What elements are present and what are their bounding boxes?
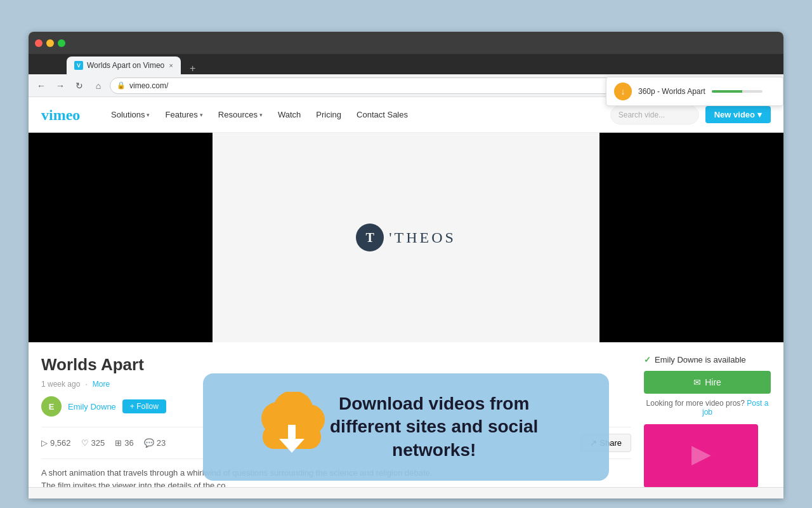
theos-text: 'THEOS	[389, 229, 456, 246]
browser-toolbar: ← → ↻ ⌂ 🔒 vimeo.com/ ☆ ⚙ ⋮ ↓ 360p - Worl…	[29, 74, 783, 97]
pricing-nav-item[interactable]: Pricing	[310, 106, 348, 123]
follow-button[interactable]: + Follow	[122, 399, 166, 413]
minimize-window-button[interactable]	[46, 39, 54, 47]
popup-cloud-icon	[254, 392, 330, 462]
theos-circle-icon: T	[356, 224, 384, 251]
header-right: Search vide... New video ▾	[610, 105, 771, 124]
new-video-chevron-icon: ▾	[757, 110, 762, 119]
back-button[interactable]: ←	[34, 78, 49, 93]
video-thumbnail-preview: ▶	[644, 424, 758, 488]
solutions-nav-item[interactable]: Solutions ▾	[105, 106, 156, 123]
likes-stat[interactable]: ♡ 325	[81, 438, 105, 448]
download-notification: ↓ 360p - Worlds Apart	[606, 77, 783, 106]
hire-panel: ✓ Emily Downe is available ✉ Hire Lookin…	[644, 355, 771, 491]
saves-count: 36	[124, 438, 133, 448]
svg-text:▶: ▶	[691, 439, 711, 467]
close-window-button[interactable]	[35, 39, 43, 47]
views-stat: ▷ 9,562	[41, 438, 71, 448]
more-link[interactable]: More	[93, 380, 110, 389]
post-job-text: Looking for more video pros? Post a job	[644, 399, 771, 417]
tab-title: Worlds Apart on Vimeo	[87, 61, 164, 70]
maximize-window-button[interactable]	[58, 39, 65, 47]
hire-mail-icon: ✉	[693, 377, 701, 387]
upload-close-button[interactable]: ×	[39, 498, 44, 499]
browser-titlebar	[29, 32, 783, 54]
forward-button[interactable]: →	[53, 78, 68, 93]
new-video-button[interactable]: New video ▾	[705, 106, 771, 123]
svg-text:vimeo: vimeo	[41, 107, 80, 123]
tab-favicon: V	[74, 61, 83, 70]
search-placeholder: Search vide...	[619, 110, 665, 119]
url-text: vimeo.com/	[129, 81, 168, 90]
popup-text-content: Download videos fromdifferent sites and …	[330, 394, 538, 460]
likes-count: 325	[91, 438, 105, 448]
heart-icon: ♡	[81, 438, 89, 448]
tab-bar: V Worlds Apart on Vimeo × +	[29, 54, 783, 74]
play-icon: ▷	[41, 438, 48, 448]
search-box[interactable]: Search vide...	[610, 105, 699, 124]
upload-bar: × Uploa...	[29, 487, 783, 498]
video-title: Worlds Apart	[41, 355, 631, 375]
comment-icon: 💬	[144, 438, 154, 448]
popup-text: Download videos fromdifferent sites and …	[330, 392, 538, 462]
reload-button[interactable]: ↻	[72, 78, 87, 93]
comments-stat[interactable]: 💬 23	[144, 438, 166, 448]
features-chevron-icon: ▾	[200, 112, 203, 118]
author-name[interactable]: Emily Downe	[68, 402, 116, 411]
available-row: ✓ Emily Downe is available	[644, 355, 771, 364]
active-tab[interactable]: V Worlds Apart on Vimeo ×	[67, 57, 181, 74]
browser-window: V Worlds Apart on Vimeo × + ← → ↻ ⌂ 🔒 vi…	[29, 32, 783, 498]
comments-count: 23	[157, 438, 166, 448]
theos-logo: T 'THEOS	[356, 224, 456, 251]
ssl-lock-icon: 🔒	[117, 81, 126, 90]
author-avatar: E	[41, 396, 62, 417]
home-button[interactable]: ⌂	[91, 78, 106, 93]
video-main-area: T 'THEOS	[213, 133, 599, 342]
available-text: Emily Downe is available	[655, 355, 746, 364]
download-progress-fill	[712, 90, 742, 93]
video-left-black	[29, 133, 213, 342]
add-tab-button[interactable]: +	[186, 63, 199, 74]
video-player[interactable]: T 'THEOS	[29, 133, 783, 342]
svg-rect-6	[288, 425, 296, 439]
solutions-chevron-icon: ▾	[147, 112, 150, 118]
hire-button[interactable]: ✉ Hire	[644, 371, 771, 394]
views-count: 9,562	[50, 438, 71, 448]
contact-sales-nav-item[interactable]: Contact Sales	[350, 106, 414, 123]
check-icon: ✓	[644, 355, 651, 364]
new-tab-area: +	[181, 63, 204, 74]
download-label: 360p - Worlds Apart	[638, 87, 705, 96]
video-right-black	[599, 133, 783, 342]
page-content: vimeo Solutions ▾ Features ▾ Resources ▾	[29, 97, 783, 498]
posted-time: 1 week ago	[41, 380, 80, 389]
download-icon: ↓	[614, 83, 632, 100]
watch-nav-item[interactable]: Watch	[272, 106, 307, 123]
bookmark-stat-icon: ⊞	[115, 438, 122, 448]
download-progress-bar	[712, 90, 763, 93]
saves-stat[interactable]: ⊞ 36	[115, 438, 133, 448]
resources-chevron-icon: ▾	[259, 112, 263, 118]
download-popup: Download videos fromdifferent sites and …	[203, 373, 609, 481]
features-nav-item[interactable]: Features ▾	[159, 106, 209, 123]
main-nav: Solutions ▾ Features ▾ Resources ▾ Watch…	[105, 106, 598, 123]
vimeo-logo[interactable]: vimeo	[41, 105, 92, 124]
resources-nav-item[interactable]: Resources ▾	[212, 106, 269, 123]
tab-close-button[interactable]: ×	[169, 62, 173, 69]
